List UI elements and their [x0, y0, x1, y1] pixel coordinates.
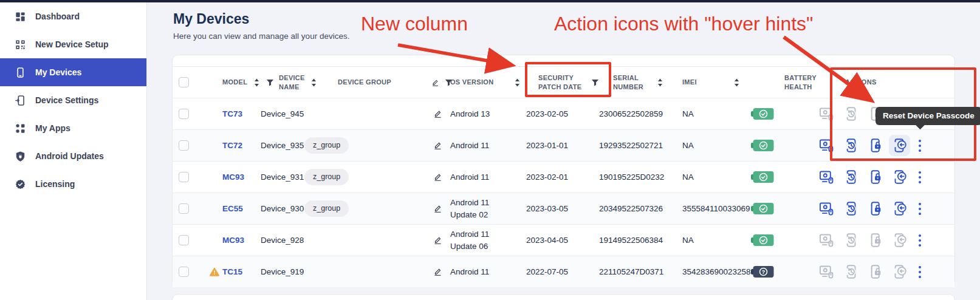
- column-header-label: DEVICE GROUP: [338, 78, 391, 86]
- sidebar-item-label: Licensing: [35, 179, 75, 189]
- sidebar-item-my-apps[interactable]: My Apps: [0, 114, 146, 142]
- row-menu-icon[interactable]: [918, 233, 922, 248]
- devices-table: MODEL DEVICE NAME DEVICE GROUP OS VERSIO…: [173, 66, 954, 287]
- remote-control-icon[interactable]: [818, 200, 835, 217]
- sort-icon[interactable]: [513, 78, 521, 87]
- reboot-device-icon[interactable]: [843, 232, 859, 248]
- security-patch-date: 2022-07-05: [526, 267, 568, 276]
- device-management-app: Dashboard New Device Setup My Devices De…: [0, 0, 980, 300]
- column-header-os-version: OS VERSION: [449, 67, 525, 98]
- apps-icon: [14, 122, 26, 134]
- devices-table-card: MODEL DEVICE NAME DEVICE GROUP OS VERSIO…: [172, 55, 955, 287]
- model-link[interactable]: TC73: [222, 109, 242, 118]
- reset-passcode-icon[interactable]: [891, 264, 908, 280]
- row-menu-icon[interactable]: [918, 202, 922, 216]
- serial-number: 19149522506384: [599, 236, 663, 245]
- sidebar-item-label: Android Updates: [35, 151, 104, 161]
- reboot-device-icon[interactable]: [843, 169, 859, 185]
- actions-cell: [804, 193, 956, 224]
- os-version-line1: Android 11: [450, 266, 489, 278]
- os-version: Android 11: [450, 171, 489, 183]
- row-menu-icon[interactable]: [918, 138, 922, 153]
- edit-icon[interactable]: [431, 78, 439, 87]
- sidebar-item-device-settings[interactable]: Device Settings: [0, 86, 146, 114]
- column-header-label: ACTIONS: [845, 78, 877, 86]
- sidebar-item-licensing[interactable]: Licensing: [0, 170, 146, 198]
- row-checkbox[interactable]: [179, 203, 189, 214]
- security-patch-date: 2023-02-01: [526, 172, 568, 182]
- table-row: TC73 Device_945 Android 13 2023-02-05 23…: [173, 98, 954, 129]
- remote-control-icon[interactable]: [818, 106, 835, 122]
- model-link[interactable]: EC55: [222, 204, 243, 213]
- edit-icon[interactable]: [433, 141, 442, 150]
- battery-good-icon: [751, 234, 774, 247]
- reset-passcode-icon[interactable]: [891, 169, 908, 185]
- select-all-checkbox[interactable]: [179, 77, 189, 87]
- edit-icon[interactable]: [433, 172, 442, 182]
- reboot-device-icon[interactable]: [843, 264, 859, 280]
- lock-device-icon[interactable]: [867, 200, 883, 217]
- model-link[interactable]: MC93: [222, 172, 244, 182]
- reset-passcode-icon[interactable]: [891, 232, 908, 248]
- remote-control-icon[interactable]: [818, 264, 835, 280]
- sort-icon[interactable]: [656, 78, 664, 87]
- edit-icon[interactable]: [433, 267, 442, 276]
- pagination-card-partial: [172, 294, 955, 300]
- sort-icon[interactable]: [253, 78, 261, 87]
- table-body: TC73 Device_945 Android 13 2023-02-05 23…: [173, 98, 954, 287]
- device-group-badge: z_group: [304, 200, 349, 217]
- table-row: TC72 Device_935 z_group Android 11 2023-…: [173, 129, 954, 161]
- row-checkbox[interactable]: [179, 140, 189, 151]
- device-name: Device_930: [261, 204, 304, 213]
- device-name: Device_935: [261, 141, 304, 150]
- sidebar-item-android-updates[interactable]: Android Updates: [0, 142, 146, 170]
- row-checkbox[interactable]: [179, 235, 189, 245]
- row-menu-icon[interactable]: [918, 265, 922, 279]
- reset-passcode-icon[interactable]: [891, 200, 908, 217]
- reset-passcode-icon[interactable]: [889, 135, 910, 156]
- reboot-device-icon[interactable]: [843, 200, 859, 217]
- top-strip: [0, 0, 980, 2]
- os-version-line1: Android 11: [450, 140, 489, 152]
- sidebar-item-my-devices[interactable]: My Devices: [0, 58, 146, 86]
- row-menu-icon[interactable]: [918, 170, 922, 185]
- serial-number: 19293522502721: [599, 141, 663, 150]
- imei: 354283690023258: [682, 267, 751, 276]
- table-row: EC55 Device_930 z_group Android 11 Updat…: [173, 193, 954, 224]
- column-header-label: BATTERY HEALTH: [784, 73, 804, 91]
- serial-number: 190195225D0232: [599, 172, 664, 182]
- phone-icon: [14, 66, 26, 78]
- remote-control-icon[interactable]: [818, 137, 835, 154]
- lock-device-icon[interactable]: [867, 137, 883, 154]
- security-patch-date: 2023-02-05: [526, 109, 568, 118]
- remote-control-icon[interactable]: [818, 169, 835, 185]
- imei: NA: [682, 109, 694, 118]
- row-checkbox[interactable]: [179, 109, 189, 119]
- os-version: Android 11 Update 02: [450, 197, 489, 220]
- edit-icon[interactable]: [433, 204, 442, 213]
- lock-device-icon[interactable]: [867, 232, 883, 248]
- remote-control-icon[interactable]: [818, 232, 835, 248]
- sort-icon[interactable]: [733, 78, 741, 87]
- model-link[interactable]: TC15: [222, 267, 242, 276]
- reboot-device-icon[interactable]: [843, 137, 859, 154]
- page-title: My Devices: [173, 11, 249, 27]
- os-version: Android 11 Update 06: [450, 228, 489, 252]
- device-name: Device_928: [261, 236, 304, 245]
- row-checkbox[interactable]: [179, 267, 189, 277]
- filter-icon[interactable]: [591, 78, 599, 87]
- sidebar-item-new-device-setup[interactable]: New Device Setup: [0, 30, 146, 58]
- security-patch-date: 2023-04-05: [526, 236, 568, 245]
- sidebar-item-label: My Apps: [35, 123, 70, 133]
- reboot-device-icon[interactable]: [843, 106, 859, 122]
- lock-device-icon[interactable]: [867, 264, 883, 280]
- model-link[interactable]: TC72: [222, 141, 242, 150]
- row-checkbox[interactable]: [179, 172, 189, 182]
- edit-icon[interactable]: [433, 236, 442, 245]
- sidebar-item-dashboard[interactable]: Dashboard: [0, 2, 146, 30]
- edit-icon[interactable]: [433, 109, 442, 118]
- model-link[interactable]: MC93: [222, 236, 244, 245]
- lock-device-icon[interactable]: [867, 169, 883, 185]
- imei: NA: [682, 236, 694, 245]
- device-name-cell: Device_945: [261, 98, 304, 129]
